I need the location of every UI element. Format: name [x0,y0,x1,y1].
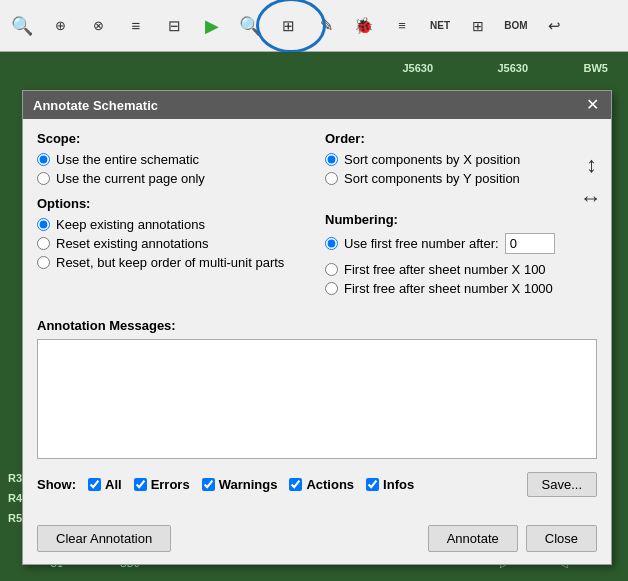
scope-entire-label: Use the entire schematic [56,152,199,167]
messages-section: Annotation Messages: [37,318,597,462]
netlist3-button[interactable]: ≡ [384,8,420,44]
order-y-label: Sort components by Y position [344,171,520,186]
order-y-option[interactable]: Sort components by Y position [325,171,520,186]
numbering-radio-group: Use first free number after: First free … [325,233,597,296]
dialog-body: Scope: Use the entire schematic Use the … [23,119,611,519]
opt-reset-radio[interactable] [37,237,50,250]
zoom-outline-button[interactable]: ⊗ [80,8,116,44]
messages-textarea[interactable] [37,339,597,459]
dialog-titlebar: Annotate Schematic ✕ [23,91,611,119]
num-first-free-radio[interactable] [325,237,338,250]
order-icons: ↕ ↕ [586,152,597,212]
order-x-label: Sort components by X position [344,152,520,167]
netlist-button[interactable]: ≡ [118,8,154,44]
scope-current-option[interactable]: Use the current page only [37,171,309,186]
opt-reset-keep-option[interactable]: Reset, but keep order of multi-unit part… [37,255,309,270]
order-x-option[interactable]: Sort components by X position [325,152,520,167]
scope-entire-option[interactable]: Use the entire schematic [37,152,309,167]
dialog-title: Annotate Schematic [33,98,158,113]
run-button[interactable]: ▶ [194,8,230,44]
toolbar: 🔍 ⊕ ⊗ ≡ ⊟ ▶ 🔍 ⊞ ✎ 🐞 ≡ NET ⊞ BOM ↩ [0,0,628,52]
show-actions-label: Actions [306,477,354,492]
show-infos-checkbox-item[interactable]: Infos [366,477,414,492]
dialog-footer: Clear Annotation Annotate Close [23,519,611,564]
numbering-value-input[interactable] [505,233,555,254]
num-first-free-option[interactable]: Use first free number after: [325,233,597,254]
opt-reset-option[interactable]: Reset existing annotations [37,236,309,251]
order-label: Order: [325,131,597,146]
scope-entire-radio[interactable] [37,153,50,166]
split-button[interactable]: ⊞ [270,8,306,44]
annotate-button[interactable]: Annotate [428,525,518,552]
scope-radio-group: Use the entire schematic Use the current… [37,152,309,186]
back-button[interactable]: ↩ [536,8,572,44]
annotate-schematic-dialog: Annotate Schematic ✕ Scope: Use the enti… [22,90,612,565]
order-y-radio[interactable] [325,172,338,185]
scope-current-label: Use the current page only [56,171,205,186]
save-button[interactable]: Save... [527,472,597,497]
scope-current-radio[interactable] [37,172,50,185]
show-label: Show: [37,477,76,492]
clear-annotation-button[interactable]: Clear Annotation [37,525,171,552]
num-sheet-100-radio[interactable] [325,263,338,276]
dialog-close-button[interactable]: ✕ [584,97,601,113]
show-warnings-checkbox-item[interactable]: Warnings [202,477,278,492]
zoom-fit-button[interactable]: 🔍 [4,8,40,44]
show-actions-checkbox[interactable] [289,478,302,491]
show-actions-checkbox-item[interactable]: Actions [289,477,354,492]
bom-button[interactable]: BOM [498,8,534,44]
dialog-columns: Scope: Use the entire schematic Use the … [37,131,597,306]
opt-keep-radio[interactable] [37,218,50,231]
show-infos-checkbox[interactable] [366,478,379,491]
show-errors-label: Errors [151,477,190,492]
show-infos-label: Infos [383,477,414,492]
opt-reset-keep-radio[interactable] [37,256,50,269]
pcb-label-r5: R5 [8,512,22,524]
sort-y-icon: ↕ [579,194,605,205]
net-button[interactable]: NET [422,8,458,44]
show-errors-checkbox-item[interactable]: Errors [134,477,190,492]
numbering-label: Numbering: [325,212,597,227]
opt-keep-label: Keep existing annotations [56,217,205,232]
num-sheet-100-option[interactable]: First free after sheet number X 100 [325,262,597,277]
order-x-radio[interactable] [325,153,338,166]
show-warnings-label: Warnings [219,477,278,492]
debug-button[interactable]: 🐞 [346,8,382,44]
show-all-checkbox[interactable] [88,478,101,491]
search-button[interactable]: 🔍 [232,8,268,44]
show-errors-checkbox[interactable] [134,478,147,491]
num-sheet-1000-radio[interactable] [325,282,338,295]
show-all-checkbox-item[interactable]: All [88,477,122,492]
footer-right-buttons: Annotate Close [428,525,597,552]
num-sheet-100-label: First free after sheet number X 100 [344,262,546,277]
netlist2-button[interactable]: ⊟ [156,8,192,44]
scope-label: Scope: [37,131,309,146]
opt-reset-keep-label: Reset, but keep order of multi-unit part… [56,255,284,270]
close-button[interactable]: Close [526,525,597,552]
opt-reset-label: Reset existing annotations [56,236,208,251]
order-radio-group: Sort components by X position Sort compo… [325,152,520,186]
pcb-label-j5630-1: J5630 [402,62,433,74]
pcb-label-j5630-2: J5630 [497,62,528,74]
pcb-label-r3: R3 [8,472,22,484]
num-sheet-1000-label: First free after sheet number X 1000 [344,281,553,296]
options-label: Options: [37,196,309,211]
num-first-free-label: Use first free number after: [344,236,499,251]
left-column: Scope: Use the entire schematic Use the … [37,131,309,306]
show-all-label: All [105,477,122,492]
show-bar: Show: All Errors Warnings Actions Infos [37,472,597,497]
sort-x-icon: ↕ [586,152,597,178]
pcb-label-bw5: BW5 [584,62,608,74]
edit-schematic-button[interactable]: ✎ [308,8,344,44]
table-button[interactable]: ⊞ [460,8,496,44]
opt-keep-option[interactable]: Keep existing annotations [37,217,309,232]
right-column: Order: Sort components by X position Sor… [325,131,597,306]
show-warnings-checkbox[interactable] [202,478,215,491]
zoom-area-button[interactable]: ⊕ [42,8,78,44]
messages-label: Annotation Messages: [37,318,597,333]
order-row: Sort components by X position Sort compo… [325,152,597,212]
options-radio-group: Keep existing annotations Reset existing… [37,217,309,270]
num-sheet-1000-option[interactable]: First free after sheet number X 1000 [325,281,597,296]
pcb-label-r4: R4 [8,492,22,504]
